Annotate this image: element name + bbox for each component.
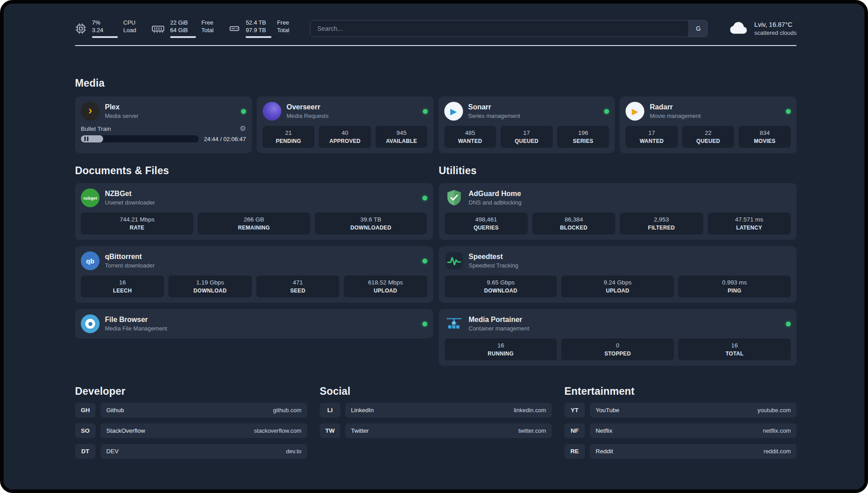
disk-total-value: 97.9 TB [246, 26, 271, 34]
search-input[interactable] [310, 21, 689, 37]
disk-total-label: Total [277, 26, 289, 34]
gear-icon[interactable]: ⚙ [239, 125, 246, 132]
app-subtitle: Media File Management [105, 325, 167, 332]
bookmark-reddit: RE Reddit reddit.com [564, 444, 797, 459]
bookmark-abbr[interactable]: NF [564, 423, 585, 438]
stat-tile: 1.19 Gbps DOWNLOAD [168, 276, 251, 297]
search-shortcut-button[interactable]: G [689, 21, 707, 37]
stat-tile: 0.993 ms PING [678, 276, 791, 297]
bookmark-abbr[interactable]: TW [320, 423, 340, 438]
stat-tile: 17 WANTED [626, 126, 678, 148]
search-bar: G [310, 20, 708, 37]
stat-tile: 471 SEED [256, 276, 339, 297]
section-documents: Documents & Files nzbget NZBGet Usenet d… [75, 165, 433, 366]
app-card-qbittorrent[interactable]: qb qBittorrent Torrent downloader 16 LEE… [75, 246, 433, 303]
system-stats: 7% 3.24 CPU Load [75, 19, 289, 38]
nzbget-icon: nzbget [81, 188, 100, 207]
status-dot [786, 109, 791, 114]
disk-widget: 52.4 TB 97.9 TB Free Total [229, 19, 289, 38]
stat-tile: 485 WANTED [444, 126, 497, 148]
section-media: Media › Plex Media server Bullet Tr [75, 77, 797, 153]
ram-free-label: Free [201, 19, 213, 26]
bookmark-link[interactable]: Twitter twitter.com [345, 423, 552, 438]
bookmark-netflix: NF Netflix netflix.com [564, 423, 797, 438]
app-title: File Browser [105, 315, 167, 324]
bookmark-group-entertainment: Entertainment YT YouTube youtube.com NF … [564, 385, 797, 459]
stat-tile: 2,953 FILTERED [620, 213, 703, 234]
section-title-media: Media [75, 77, 797, 89]
app-card-speedtest[interactable]: Speedtest Speedtest Tracking 9.65 Gbps D… [439, 246, 797, 303]
bookmark-dev: DT DEV dev.to [75, 444, 307, 459]
filebrowser-icon [81, 314, 100, 333]
bookmark-abbr[interactable]: DT [75, 444, 96, 459]
app-title: Sonarr [468, 103, 520, 112]
app-title: NZBGet [105, 189, 155, 198]
playback-progress-bar[interactable] [81, 135, 199, 142]
section-title-entertainment: Entertainment [564, 385, 797, 397]
stat-tile: 196 SERIES [557, 126, 609, 148]
stat-tile: 945 AVAILABLE [376, 126, 428, 148]
app-card-portainer[interactable]: Media Portainer Container management 16 … [439, 309, 797, 366]
stat-tile: 498,461 QUERIES [445, 213, 528, 234]
stat-tile: 39.6 TB DOWNLOADED [315, 213, 427, 234]
bookmark-link[interactable]: Github github.com [100, 403, 307, 418]
bookmark-link[interactable]: Netflix netflix.com [590, 423, 797, 438]
bookmark-abbr[interactable]: LI [320, 403, 340, 418]
status-dot [786, 322, 791, 326]
topbar-divider [75, 45, 797, 46]
app-card-overseerr[interactable]: Overseerr Media Requests 21 PENDING 40 A… [257, 96, 434, 153]
stat-tile: 266 GB REMAINING [198, 213, 310, 234]
app-card-radarr[interactable]: ▶ Radarr Movie management 17 WANTED [620, 96, 797, 153]
bookmark-link[interactable]: YouTube youtube.com [590, 403, 797, 418]
cloud-icon [728, 20, 749, 37]
bookmark-group-developer: Developer GH Github github.com SO StackO… [75, 385, 307, 459]
app-title: AdGuard Home [469, 189, 522, 198]
cpu-load-label: Load [123, 26, 136, 34]
status-dot [422, 259, 427, 263]
bookmark-link[interactable]: Reddit reddit.com [590, 444, 797, 459]
section-title-social: Social [320, 385, 552, 397]
stat-tile: 9.24 Gbps UPLOAD [561, 276, 674, 297]
ram-total-label: Total [201, 26, 213, 34]
section-utilities: Utilities [439, 165, 797, 366]
bookmark-abbr[interactable]: GH [75, 403, 96, 418]
bookmark-abbr[interactable]: YT [564, 403, 585, 418]
adguard-shield-icon [445, 188, 463, 207]
dashboard-window: 7% 3.24 CPU Load [0, 0, 868, 493]
stat-tile: 0 STOPPED [561, 338, 674, 360]
cpu-widget: 7% 3.24 CPU Load [75, 19, 136, 38]
app-subtitle: DNS and adblocking [469, 199, 522, 206]
weather-location: Lviv, 16.87°C [754, 21, 797, 29]
bookmark-link[interactable]: DEV dev.to [100, 444, 307, 459]
app-card-plex[interactable]: › Plex Media server Bullet Train ⚙ [75, 96, 252, 153]
disk-free-label: Free [277, 19, 289, 26]
ram-icon [151, 23, 165, 34]
playback-time: 24:44 / 02:06:47 [204, 136, 246, 142]
app-card-nzbget[interactable]: nzbget NZBGet Usenet downloader 744.21 M… [75, 183, 433, 240]
app-card-adguard[interactable]: AdGuard Home DNS and adblocking 498,461 … [439, 183, 797, 240]
pause-icon[interactable] [84, 137, 88, 141]
bookmark-link[interactable]: StackOverflow stackoverflow.com [100, 423, 307, 438]
speedtest-pulse-icon [445, 251, 463, 270]
app-card-filebrowser[interactable]: File Browser Media File Management [75, 309, 433, 338]
app-card-sonarr[interactable]: ▶ Sonarr Series management 485 WANTED [438, 96, 615, 153]
app-subtitle: Torrent downloader [105, 262, 154, 269]
qbittorrent-icon: qb [81, 251, 100, 270]
app-subtitle: Movie management [650, 112, 701, 120]
status-dot [422, 196, 427, 201]
stat-tile: 834 MOVIES [739, 126, 791, 148]
weather-widget: Lviv, 16.87°C scattered clouds [728, 20, 797, 37]
bookmark-group-social: Social LI LinkedIn linkedin.com TW Twitt… [320, 385, 552, 459]
bookmark-link[interactable]: LinkedIn linkedin.com [345, 403, 552, 418]
status-dot [604, 109, 609, 114]
ram-free-value: 22 GiB [170, 19, 196, 26]
sonarr-icon: ▶ [444, 102, 463, 121]
section-title-developer: Developer [75, 385, 307, 397]
section-title-documents: Documents & Files [75, 165, 433, 177]
bookmark-abbr[interactable]: SO [75, 423, 96, 438]
ram-total-value: 64 GiB [170, 26, 196, 34]
plex-icon: › [81, 102, 100, 121]
stat-tile: 9.65 Gbps DOWNLOAD [445, 276, 557, 297]
bookmark-abbr[interactable]: RE [564, 444, 585, 459]
stat-tile: 16 RUNNING [445, 338, 557, 360]
